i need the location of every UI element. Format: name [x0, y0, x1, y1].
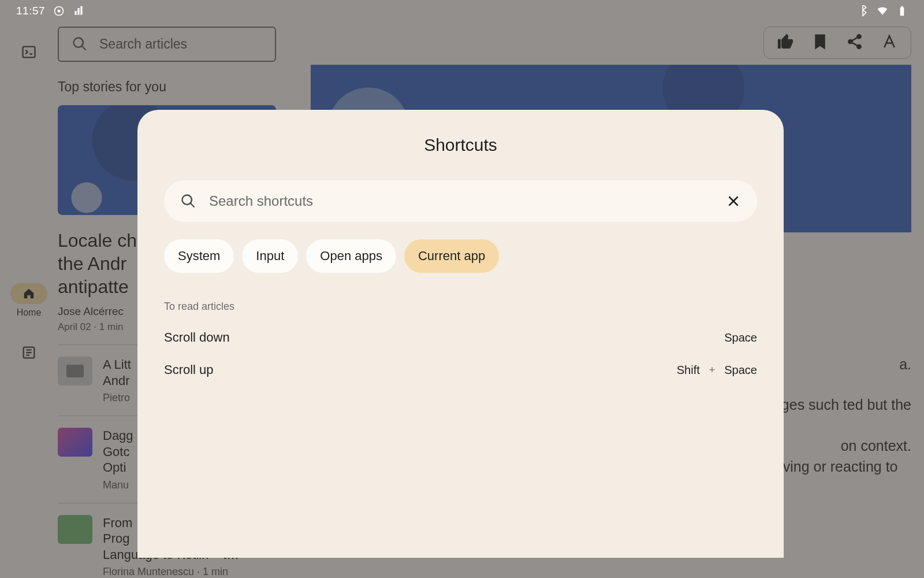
- svg-rect-6: [901, 6, 903, 8]
- svg-point-1: [58, 10, 61, 13]
- shortcut-keys: Space: [724, 331, 757, 344]
- shortcut-keys: Shift + Space: [677, 364, 757, 377]
- bar-chart-icon: [73, 5, 84, 17]
- shortcut-row: Scroll up Shift + Space: [164, 362, 757, 377]
- chip-system[interactable]: System: [164, 239, 234, 273]
- wifi-icon: [877, 5, 888, 17]
- chip-current-app[interactable]: Current app: [404, 239, 499, 273]
- key-plus: +: [709, 364, 716, 376]
- shortcut-section-title: To read articles: [164, 301, 757, 313]
- svg-rect-3: [77, 8, 79, 15]
- shortcuts-dialog: Shortcuts Search shortcuts System Input …: [137, 110, 784, 558]
- svg-rect-5: [900, 7, 904, 16]
- shortcut-row: Scroll down Space: [164, 330, 757, 345]
- chip-open-apps[interactable]: Open apps: [306, 239, 396, 273]
- bluetooth-icon: [857, 5, 869, 17]
- statusbar-app-icon-1: [53, 5, 65, 17]
- chip-input[interactable]: Input: [242, 239, 298, 273]
- key: Shift: [677, 364, 700, 377]
- svg-rect-4: [80, 6, 82, 15]
- status-bar: 11:57: [0, 0, 924, 22]
- dialog-title: Shortcuts: [164, 135, 757, 155]
- search-icon: [180, 193, 196, 209]
- shortcut-name: Scroll up: [164, 362, 214, 377]
- clear-icon[interactable]: [726, 194, 741, 209]
- chip-row: System Input Open apps Current app: [164, 239, 757, 273]
- battery-icon: [896, 5, 908, 17]
- shortcut-name: Scroll down: [164, 330, 230, 345]
- key: Space: [724, 364, 757, 377]
- search-shortcuts-placeholder: Search shortcuts: [209, 193, 713, 209]
- key: Space: [724, 331, 757, 344]
- search-shortcuts-input[interactable]: Search shortcuts: [164, 180, 757, 222]
- statusbar-time: 11:57: [16, 5, 45, 17]
- svg-rect-2: [74, 11, 76, 15]
